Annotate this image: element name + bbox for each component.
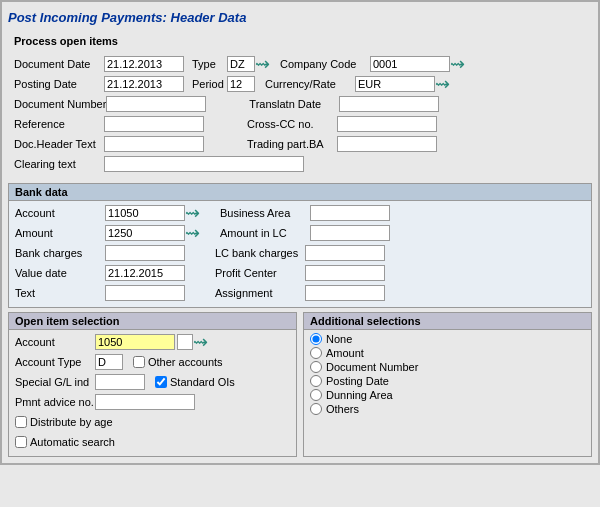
radio-others-label: Others	[326, 403, 359, 415]
additional-selections-header: Additional selections	[304, 313, 591, 330]
automatic-search-checkbox[interactable]	[15, 436, 27, 448]
lc-bank-charges-label: LC bank charges	[215, 247, 305, 259]
automatic-search-checkbox-label: Automatic search	[15, 436, 115, 448]
trading-part-label: Trading part.BA	[247, 138, 337, 150]
other-accounts-label: Other accounts	[148, 356, 223, 368]
document-date-row: Document Date Type ⇜ Company Code ⇜	[14, 55, 586, 73]
radio-none[interactable]: None	[310, 333, 585, 345]
reference-row: Reference Cross-CC no.	[14, 115, 586, 133]
ois-account-input[interactable]	[95, 334, 175, 350]
company-code-arrow-icon: ⇜	[450, 55, 465, 73]
document-date-input[interactable]	[104, 56, 184, 72]
cross-cc-label: Cross-CC no.	[247, 118, 337, 130]
document-number-label: Document Number	[14, 98, 106, 110]
additional-selections-body: None Amount Document Number	[304, 330, 591, 418]
translation-date-input[interactable]	[339, 96, 439, 112]
other-accounts-checkbox-label: Other accounts	[133, 356, 223, 368]
ois-auto-search-row: Automatic search	[15, 433, 290, 451]
bank-amount-input[interactable]	[105, 225, 185, 241]
other-accounts-checkbox[interactable]	[133, 356, 145, 368]
currency-rate-label: Currency/Rate	[265, 78, 355, 90]
ois-account-picker-button[interactable]	[177, 334, 193, 350]
ois-distribute-row: Distribute by age	[15, 413, 290, 431]
ois-account-type-row: Account Type Other accounts	[15, 353, 290, 371]
business-area-label: Business Area	[220, 207, 310, 219]
radio-posting-date-input[interactable]	[310, 375, 322, 387]
business-area-input[interactable]	[310, 205, 390, 221]
bank-account-label: Account	[15, 207, 105, 219]
cross-cc-input[interactable]	[337, 116, 437, 132]
document-number-row: Document Number Translatn Date	[14, 95, 586, 113]
radio-amount-input[interactable]	[310, 347, 322, 359]
radio-document-number[interactable]: Document Number	[310, 361, 585, 373]
type-input[interactable]	[227, 56, 255, 72]
bank-account-row: Account ⇜ Business Area	[15, 204, 585, 222]
bank-account-input[interactable]	[105, 205, 185, 221]
additional-selections-radio-group: None Amount Document Number	[310, 333, 585, 415]
company-code-input[interactable]	[370, 56, 450, 72]
radio-none-label: None	[326, 333, 352, 345]
ois-account-row: Account ⇜	[15, 333, 290, 351]
bank-charges-input[interactable]	[105, 245, 185, 261]
assignment-input[interactable]	[305, 285, 385, 301]
ois-account-wrapper: ⇜	[95, 333, 208, 351]
clearing-text-input[interactable]	[104, 156, 304, 172]
period-label: Period	[192, 78, 227, 90]
ois-account-arrow-icon: ⇜	[193, 333, 208, 351]
company-code-label: Company Code	[280, 58, 370, 70]
distribute-age-label: Distribute by age	[30, 416, 113, 428]
radio-others-input[interactable]	[310, 403, 322, 415]
page-title: Post Incoming Payments: Header Data	[8, 8, 592, 27]
radio-others[interactable]: Others	[310, 403, 585, 415]
bank-text-input[interactable]	[105, 285, 185, 301]
value-date-input[interactable]	[105, 265, 185, 281]
radio-posting-date[interactable]: Posting Date	[310, 375, 585, 387]
automatic-search-label: Automatic search	[30, 436, 115, 448]
value-date-row: Value date Profit Center	[15, 264, 585, 282]
radio-amount[interactable]: Amount	[310, 347, 585, 359]
standard-ois-label: Standard OIs	[170, 376, 235, 388]
bank-data-header: Bank data	[9, 184, 591, 201]
ois-account-label: Account	[15, 336, 95, 348]
value-date-label: Value date	[15, 267, 105, 279]
currency-arrow-icon: ⇜	[435, 75, 450, 93]
radio-document-number-input[interactable]	[310, 361, 322, 373]
currency-rate-input[interactable]	[355, 76, 435, 92]
period-input[interactable]	[227, 76, 255, 92]
trading-part-input[interactable]	[337, 136, 437, 152]
bank-account-arrow-icon: ⇜	[185, 204, 200, 222]
clearing-text-label: Clearing text	[14, 158, 104, 170]
posting-date-label: Posting Date	[14, 78, 104, 90]
type-arrow-icon: ⇜	[255, 55, 270, 73]
ois-account-type-input[interactable]	[95, 354, 123, 370]
document-number-input[interactable]	[106, 96, 206, 112]
ois-special-gl-input[interactable]	[95, 374, 145, 390]
profit-center-input[interactable]	[305, 265, 385, 281]
reference-input[interactable]	[104, 116, 204, 132]
posting-date-row: Posting Date Period Currency/Rate ⇜	[14, 75, 586, 93]
radio-document-number-label: Document Number	[326, 361, 418, 373]
radio-dunning-area[interactable]: Dunning Area	[310, 389, 585, 401]
doc-header-text-input[interactable]	[104, 136, 204, 152]
ois-special-gl-row: Special G/L ind Standard OIs	[15, 373, 290, 391]
process-open-items-label: Process open items	[8, 33, 592, 49]
bottom-panels: Open item selection Account ⇜ Account Ty…	[8, 312, 592, 457]
clearing-text-row: Clearing text	[14, 155, 586, 173]
bank-amount-arrow-icon: ⇜	[185, 224, 200, 242]
document-date-label: Document Date	[14, 58, 104, 70]
radio-dunning-area-input[interactable]	[310, 389, 322, 401]
radio-none-input[interactable]	[310, 333, 322, 345]
standard-ois-checkbox[interactable]	[155, 376, 167, 388]
distribute-age-checkbox[interactable]	[15, 416, 27, 428]
lc-bank-charges-input[interactable]	[305, 245, 385, 261]
ois-pmnt-advice-label: Pmnt advice no.	[15, 396, 95, 408]
ois-pmnt-advice-row: Pmnt advice no.	[15, 393, 290, 411]
type-label: Type	[192, 58, 227, 70]
bank-data-body: Account ⇜ Business Area Amount ⇜ Amount …	[9, 201, 591, 307]
ois-pmnt-advice-input[interactable]	[95, 394, 195, 410]
header-form: Document Date Type ⇜ Company Code ⇜ Post…	[8, 53, 592, 179]
doc-header-text-label: Doc.Header Text	[14, 138, 104, 150]
amount-lc-input[interactable]	[310, 225, 390, 241]
posting-date-input[interactable]	[104, 76, 184, 92]
open-item-selection-body: Account ⇜ Account Type Other accounts	[9, 330, 296, 456]
